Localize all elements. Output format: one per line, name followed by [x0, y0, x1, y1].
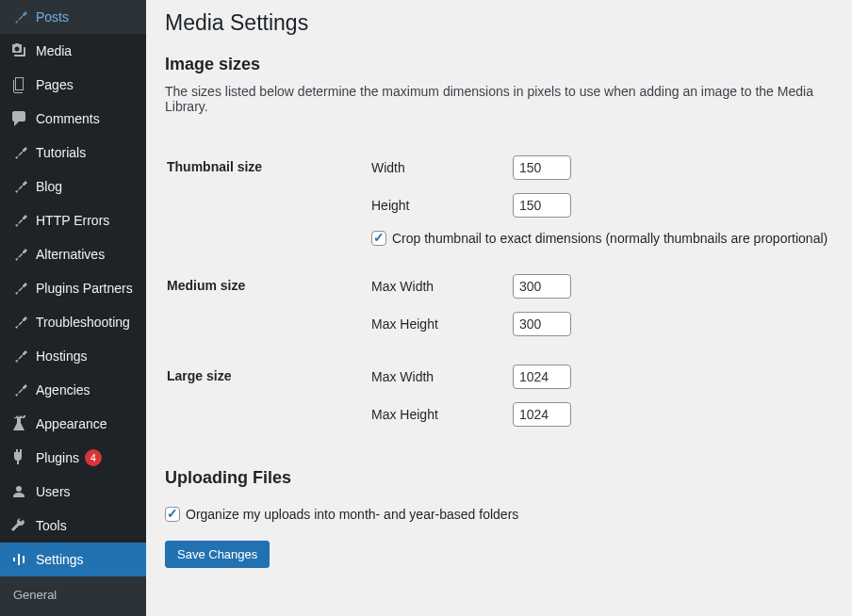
sidebar-item-http-errors[interactable]: HTTP Errors [0, 203, 146, 237]
medium-maxwidth-input[interactable] [513, 274, 571, 299]
pushpin-icon [9, 279, 28, 298]
page-icon [9, 75, 28, 94]
plugins-icon [9, 448, 28, 467]
thumbnail-width-input[interactable] [513, 155, 571, 180]
crop-thumbnail-checkbox[interactable] [371, 231, 386, 246]
sidebar-item-label: Alternatives [36, 247, 105, 262]
medium-maxwidth-label: Max Width [371, 279, 513, 294]
sidebar-item-plugins-partners[interactable]: Plugins Partners [0, 271, 146, 305]
sidebar-item-label: Plugins [36, 450, 79, 465]
settings-submenu: General Writing [0, 576, 146, 616]
users-icon [9, 482, 28, 501]
sidebar-item-label: Settings [36, 552, 84, 567]
sidebar-item-label: Comments [36, 111, 100, 126]
thumbnail-size-label: Thumbnail size [167, 142, 369, 259]
image-sizes-heading: Image sizes [165, 55, 833, 74]
large-maxwidth-label: Max Width [371, 369, 513, 384]
medium-maxheight-label: Max Height [371, 316, 513, 332]
pushpin-icon [9, 381, 28, 399]
sidebar-item-label: Blog [36, 179, 62, 194]
pushpin-icon [9, 177, 28, 196]
sidebar-item-settings[interactable]: Settings [0, 543, 146, 576]
organize-uploads-checkbox[interactable] [165, 507, 180, 522]
sidebar-item-comments[interactable]: Comments [0, 102, 146, 136]
sidebar-item-agencies[interactable]: Agencies [0, 373, 146, 407]
appearance-icon [9, 414, 28, 433]
sidebar-item-blog[interactable]: Blog [0, 170, 146, 203]
medium-maxheight-input[interactable] [513, 312, 571, 336]
organize-uploads-label[interactable]: Organize my uploads into month- and year… [186, 507, 518, 522]
image-sizes-description: The sizes listed below determine the max… [165, 84, 833, 114]
uploading-files-heading: Uploading Files [165, 468, 833, 488]
thumbnail-height-label: Height [371, 198, 513, 213]
pushpin-icon [9, 347, 28, 365]
save-changes-button[interactable]: Save Changes [165, 541, 270, 568]
pushpin-icon [9, 313, 28, 332]
pushpin-icon [9, 8, 28, 26]
sidebar-item-media[interactable]: Media [0, 34, 146, 68]
large-size-label: Large size [167, 351, 369, 440]
page-title: Media Settings [165, 9, 833, 38]
pushpin-icon [9, 143, 28, 162]
sidebar-item-label: Media [36, 43, 72, 58]
sidebar-item-pages[interactable]: Pages [0, 68, 146, 102]
sidebar-item-posts[interactable]: Posts [0, 0, 146, 34]
comment-icon [9, 109, 28, 128]
sidebar-item-label: Agencies [36, 382, 90, 397]
submenu-writing[interactable]: Writing [0, 608, 146, 616]
admin-sidebar: Posts Media Pages Comments Tutorials Blo… [0, 0, 146, 616]
large-maxheight-input[interactable] [513, 402, 571, 427]
sidebar-item-tutorials[interactable]: Tutorials [0, 136, 146, 170]
sidebar-item-plugins[interactable]: Plugins 4 [0, 441, 146, 475]
sidebar-item-label: HTTP Errors [36, 213, 109, 228]
large-maxwidth-input[interactable] [513, 365, 571, 389]
sidebar-item-alternatives[interactable]: Alternatives [0, 237, 146, 271]
plugin-update-badge: 4 [85, 449, 102, 466]
sidebar-item-label: Tools [36, 518, 67, 533]
sidebar-item-label: Plugins Partners [36, 281, 133, 296]
sidebar-item-label: Users [36, 484, 71, 499]
crop-thumbnail-label[interactable]: Crop thumbnail to exact dimensions (norm… [392, 231, 827, 246]
image-sizes-table: Thumbnail size Width Height Crop thumbna… [165, 140, 833, 442]
sidebar-item-label: Pages [36, 77, 74, 92]
large-maxheight-label: Max Height [371, 407, 513, 422]
sidebar-item-label: Appearance [36, 416, 107, 431]
sidebar-item-troubleshooting[interactable]: Troubleshooting [0, 305, 146, 339]
media-icon [9, 41, 28, 60]
sidebar-item-users[interactable]: Users [0, 475, 146, 509]
medium-size-label: Medium size [167, 261, 369, 349]
submenu-general[interactable]: General [0, 582, 146, 608]
thumbnail-height-input[interactable] [513, 193, 571, 218]
settings-content: Media Settings Image sizes The sizes lis… [146, 0, 852, 616]
pushpin-icon [9, 211, 28, 230]
sidebar-item-label: Troubleshooting [36, 315, 130, 330]
sidebar-item-label: Hostings [36, 349, 87, 364]
settings-icon [9, 550, 28, 569]
sidebar-item-label: Posts [36, 9, 69, 24]
thumbnail-width-label: Width [371, 160, 513, 175]
pushpin-icon [9, 245, 28, 264]
sidebar-item-label: Tutorials [36, 145, 86, 160]
sidebar-item-hostings[interactable]: Hostings [0, 339, 146, 373]
tools-icon [9, 516, 28, 535]
sidebar-item-appearance[interactable]: Appearance [0, 407, 146, 441]
sidebar-item-tools[interactable]: Tools [0, 509, 146, 543]
